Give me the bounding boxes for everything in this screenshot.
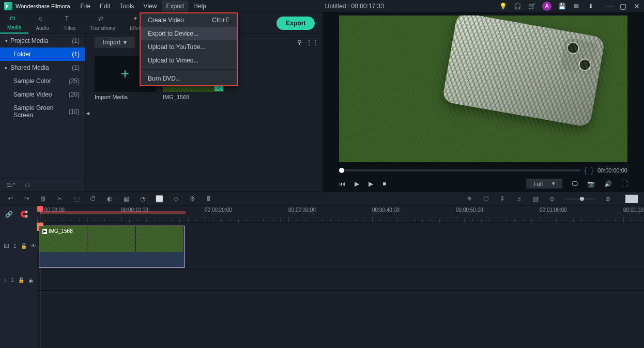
undo-button[interactable]: ↶ [6, 195, 14, 202]
sidebar-item-sample-green-screen[interactable]: Sample Green Screen(10) [0, 101, 85, 122]
mark-out-icon[interactable]: } [591, 166, 593, 175]
avatar[interactable]: A [542, 2, 551, 11]
greenscreen-button[interactable]: ▦ [122, 195, 130, 202]
freeze-button[interactable]: ⬜ [155, 195, 163, 202]
snapshot-icon[interactable]: 📷 [587, 180, 595, 187]
timeline-link-icon[interactable]: 🔗 [5, 211, 13, 218]
filmora-logo-icon [4, 2, 12, 10]
chevron-down-icon: ▾ [5, 38, 10, 43]
export-upload-youtube[interactable]: Upload to YouTube... [141, 40, 237, 54]
plus-icon: + [121, 66, 129, 82]
tab-audio[interactable]: ♫ Audio [28, 13, 56, 33]
lightbulb-icon[interactable]: 💡 [499, 2, 507, 10]
export-upload-vimeo[interactable]: Upload to Vimeo... [141, 54, 237, 67]
menubar: File Edit Tools View Export Help [76, 1, 210, 12]
adjust-button[interactable]: ⚙ [188, 195, 196, 202]
tab-transitions[interactable]: ⇄ Transitions [83, 13, 122, 33]
duration-button[interactable]: ◔ [139, 195, 147, 202]
timeline-toolbar: ↶ ↷ 🗑 ✂ ⬚ ⏱ ◐ ▦ ◔ ⬜ ◇ ⚙ 🎚 ☀ ⬡ 🎙 ♬ ▥ ⊖ ⊕ [0, 192, 644, 206]
import-dropdown[interactable]: Import▾ [95, 37, 135, 48]
preview-content-phone [442, 15, 605, 128]
cart-icon[interactable]: 🛒 [528, 2, 536, 10]
speed-button[interactable]: ⏱ [89, 195, 97, 202]
quality-select[interactable]: Full▾ [526, 179, 562, 188]
menu-view[interactable]: View [140, 1, 161, 12]
scrub-slider[interactable] [339, 169, 580, 171]
export-burn-dvd[interactable]: Burn DVD... [141, 72, 237, 85]
visibility-icon[interactable]: 👁 [31, 243, 36, 249]
export-dropdown-menu: Create VideoCtrl+E Export to Device... U… [140, 12, 238, 86]
sidebar-item-sample-video[interactable]: Sample Video(20) [0, 88, 85, 101]
zoom-in-button[interactable]: ⊕ [604, 195, 612, 202]
audio-adjust-button[interactable]: 🎚 [205, 195, 213, 202]
transitions-icon: ⇄ [98, 15, 108, 24]
menu-file[interactable]: File [76, 1, 95, 12]
audio-track[interactable]: ♪ 1 🔓 🔈 [37, 270, 644, 291]
collapse-sidebar-handle[interactable]: ◂ [85, 34, 90, 192]
mark-in-icon[interactable]: { [585, 166, 587, 175]
keyframe-button[interactable]: ◇ [172, 195, 180, 202]
maximize-button[interactable]: ▢ [620, 2, 626, 10]
voiceover-button[interactable]: 🎙 [498, 195, 507, 202]
export-to-device[interactable]: Export to Device... [141, 27, 237, 40]
timeline[interactable]: 🔗 🧲 00:00:00:0000:00:10:0000:00:20:0000:… [0, 206, 644, 348]
export-button[interactable]: Export [277, 17, 315, 30]
tab-titles[interactable]: T Titles [56, 13, 83, 33]
save-icon[interactable]: 💾 [558, 2, 566, 10]
timeline-swap-icon[interactable] [625, 195, 638, 203]
folder-icon: 🗀 [10, 14, 19, 24]
folder-icon[interactable]: 🗀 [25, 181, 31, 188]
export-create-video[interactable]: Create VideoCtrl+E [141, 13, 237, 27]
app-logo: Wondershare Filmora [4, 2, 70, 10]
minimize-button[interactable]: — [605, 2, 612, 10]
next-frame-button[interactable]: ▶ [369, 180, 373, 187]
menu-export[interactable]: Export [162, 1, 188, 12]
timeline-magnet-icon[interactable]: 🧲 [20, 211, 28, 218]
music-icon: ♫ [38, 15, 47, 24]
close-button[interactable]: ✕ [634, 2, 640, 10]
timeline-ruler[interactable]: 00:00:00:0000:00:10:0000:00:20:0000:00:3… [37, 206, 644, 223]
fullscreen-icon[interactable]: ⛶ [621, 180, 627, 187]
media-sidebar: ▾Project Media(1) Folder(1) ▸Shared Medi… [0, 34, 85, 192]
grid-view-icon[interactable]: ⋮⋮ [306, 39, 318, 46]
menu-tools[interactable]: Tools [116, 1, 139, 12]
crop-button[interactable]: ⬚ [72, 195, 81, 202]
play-button[interactable]: ▶ [355, 180, 359, 187]
mixer-button[interactable]: ▥ [531, 195, 540, 202]
titlebar: Wondershare Filmora File Edit Tools View… [0, 0, 644, 12]
headphones-icon[interactable]: 🎧 [513, 2, 522, 10]
display-icon[interactable]: 🖵 [572, 180, 578, 187]
music-button[interactable]: ♬ [515, 195, 523, 202]
stop-button[interactable]: ■ [382, 180, 386, 187]
zoom-out-button[interactable]: ⊖ [548, 195, 556, 202]
zoom-slider[interactable] [564, 198, 595, 200]
sidebar-item-sample-color[interactable]: Sample Color(25) [0, 74, 85, 88]
sidebar-item-shared-media[interactable]: ▸Shared Media(1) [0, 61, 85, 74]
menu-edit[interactable]: Edit [96, 1, 115, 12]
mail-icon[interactable]: ✉ [572, 2, 580, 10]
titlebar-actions: 💡 🎧 🛒 A 💾 ✉ ⬇ — ▢ ✕ [499, 2, 640, 11]
tab-media[interactable]: 🗀 Media [0, 12, 28, 34]
render-button[interactable]: ☀ [465, 195, 473, 202]
timeline-clip[interactable]: IMG_1568 [39, 226, 185, 268]
prev-frame-button[interactable]: ⏮ [339, 180, 345, 187]
filter-icon[interactable]: ⚲ [297, 39, 302, 46]
marker-button[interactable]: ⬡ [482, 195, 490, 202]
download-icon[interactable]: ⬇ [587, 2, 595, 10]
chevron-down-icon: ▾ [124, 39, 127, 46]
menu-help[interactable]: Help [189, 1, 210, 12]
color-button[interactable]: ◐ [105, 195, 114, 202]
lock-icon[interactable]: 🔓 [18, 277, 24, 283]
mute-icon[interactable]: 🔈 [28, 277, 35, 283]
lock-icon[interactable]: 🔓 [21, 243, 27, 249]
sidebar-item-project-media[interactable]: ▾Project Media(1) [0, 34, 85, 48]
redo-button[interactable]: ↷ [23, 195, 31, 202]
video-track-icon: 🎞 [4, 243, 9, 249]
new-folder-icon[interactable]: 🗀⁺ [6, 181, 16, 188]
cut-button[interactable]: ✂ [56, 195, 64, 202]
preview-viewport[interactable] [339, 15, 627, 162]
volume-icon[interactable]: 🔊 [604, 180, 612, 187]
delete-button[interactable]: 🗑 [39, 195, 48, 202]
video-track[interactable]: 🎞 1 🔓 👁 IMG_1568 [37, 223, 644, 270]
sidebar-item-folder[interactable]: Folder(1) [0, 48, 85, 61]
